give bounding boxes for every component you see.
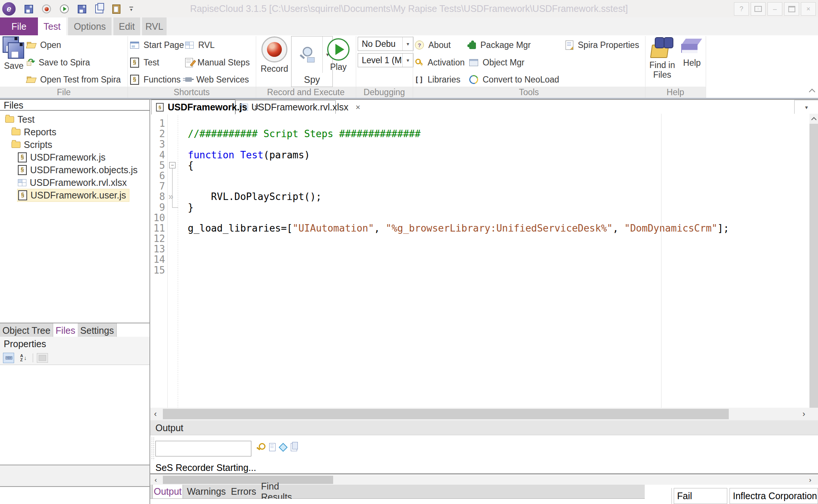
close-window-button[interactable]: × (801, 2, 816, 16)
tab-rvl[interactable]: RVL (142, 17, 167, 35)
search-icon[interactable] (257, 443, 265, 451)
functions-button[interactable]: § Functions (130, 73, 181, 86)
tree-item[interactable]: Test (0, 113, 149, 126)
tree-item[interactable]: Reports (0, 126, 149, 138)
output-horizontal-scrollbar[interactable]: ‹ › (150, 475, 818, 485)
app-logo-icon[interactable]: e (2, 2, 16, 16)
script-icon: § (18, 165, 27, 175)
categorized-view-icon[interactable]: ⊞⊞ (3, 353, 14, 363)
tab-list-dropdown-icon[interactable]: ▾ (794, 100, 818, 114)
tab-warnings[interactable]: Warnings (187, 485, 225, 498)
spira-properties-button[interactable]: Spira Properties (566, 38, 639, 52)
customize-quick-access-dropdown-icon[interactable]: ▾ (129, 7, 133, 11)
tab-options[interactable]: Options (68, 17, 112, 35)
tab-errors[interactable]: Errors (231, 485, 257, 498)
chevron-down-icon[interactable]: ▾ (402, 54, 413, 67)
scroll-right-icon[interactable]: › (799, 408, 809, 420)
scroll-up-icon[interactable] (809, 114, 818, 124)
play-button[interactable]: Play (328, 38, 349, 72)
scrollbar-thumb[interactable] (163, 409, 729, 419)
debug-mode-dropdown[interactable]: No Debu ▾ (358, 37, 413, 51)
record-icon[interactable] (42, 4, 51, 13)
libraries-button[interactable]: [] Libraries (415, 73, 460, 86)
save-as-icon[interactable] (78, 5, 86, 13)
find-in-files-button[interactable]: Find inFiles (649, 36, 675, 80)
open-test-from-spira-button[interactable]: Open Test from Spira (27, 73, 121, 86)
fullscreen-window-button[interactable]: ↑ (751, 2, 766, 16)
play-icon[interactable] (60, 4, 69, 13)
scroll-left-icon[interactable]: ‹ (150, 408, 161, 420)
tab-find-results[interactable]: Find Results (261, 485, 311, 498)
scroll-right-icon[interactable]: › (805, 475, 815, 485)
status-result: Fail (677, 491, 692, 501)
convert-to-neoload-button[interactable]: Convert to NeoLoad (469, 73, 559, 86)
title-bar: RapiseCloud 3.1.5 [C:\Users\squirrel\Doc… (0, 0, 818, 17)
copy-icon[interactable] (95, 4, 103, 13)
paste-icon[interactable] (112, 4, 120, 14)
tab-object-tree[interactable]: Object Tree (0, 323, 53, 337)
rvl-shortcut-button[interactable]: RVL (185, 38, 215, 52)
code-lines[interactable]: //########## Script Steps ##############… (188, 118, 729, 275)
tree-item[interactable]: Scripts (0, 138, 149, 151)
document-icon[interactable] (269, 443, 276, 451)
script-icon: § (130, 75, 139, 85)
tab-test[interactable]: Test (38, 17, 66, 35)
open-button[interactable]: Open (27, 38, 61, 52)
tab-settings[interactable]: Settings (78, 323, 117, 337)
status-company-cell: Inflectra Corporation (730, 488, 818, 504)
test-shortcut-button[interactable]: § Test (130, 56, 159, 69)
start-page-button[interactable]: Start Page (130, 38, 184, 52)
spira-properties-doc-icon (566, 41, 573, 50)
editor-vertical-scrollbar[interactable] (809, 114, 818, 408)
about-button[interactable]: ? About (415, 38, 451, 52)
console-line: SeS Recorder Starting... (155, 462, 256, 473)
tab-edit[interactable]: Edit (113, 17, 140, 35)
code-editor[interactable]: 123456789101112131415 −» //########## Sc… (150, 114, 809, 408)
tools-group-label: Tools (413, 87, 645, 98)
tree-item[interactable]: §USDFramework.js (0, 151, 149, 164)
help-button[interactable]: Help (680, 36, 704, 68)
save-to-spira-button[interactable]: Save to Spira (27, 56, 90, 69)
save-button[interactable]: Save (1, 36, 26, 71)
record-button[interactable]: Record (260, 36, 289, 74)
sort-alphabetical-icon[interactable]: AZ↓ (18, 353, 29, 363)
help-window-button[interactable]: ? (734, 2, 749, 16)
tree-item[interactable]: §USDFramework.objects.js (0, 164, 149, 176)
minimize-window-button[interactable]: – (767, 2, 782, 16)
tab-files[interactable]: Files (53, 323, 78, 337)
property-pages-icon[interactable] (37, 353, 48, 363)
spy-button[interactable]: ▾ Spy (291, 36, 333, 87)
toolbar-grip[interactable] (151, 437, 155, 460)
save-icon[interactable] (25, 5, 33, 13)
editor-tab-bar: § USDFramework.js × USDFramework.rvl.xls… (150, 100, 818, 114)
package-mgr-button[interactable]: Package Mgr (469, 38, 531, 52)
code-line (188, 118, 729, 129)
tree-item[interactable]: §USDFramework.user.js (0, 189, 149, 201)
close-tab-icon[interactable]: × (355, 103, 360, 112)
tab-output[interactable]: Output (152, 485, 183, 498)
maximize-window-button[interactable] (784, 2, 799, 16)
document-stack-icon[interactable] (291, 443, 297, 451)
output-toolbar-icons (257, 443, 297, 451)
fold-margin[interactable]: −» (168, 118, 179, 408)
find-in-files-binoculars-icon (650, 36, 674, 59)
tab-file[interactable]: File (0, 17, 38, 35)
object-mgr-button[interactable]: Object Mgr (469, 56, 524, 69)
manual-steps-button[interactable]: Manual Steps (185, 56, 250, 69)
verbosity-dropdown[interactable]: Level 1 (M ▾ (358, 53, 413, 67)
editor-horizontal-scrollbar[interactable]: ‹ › (150, 408, 818, 420)
activation-button[interactable]: Activation (415, 56, 465, 69)
collapse-ribbon-icon[interactable] (809, 89, 815, 95)
tree-item[interactable]: USDFramework.rvl.xlsx (0, 176, 149, 189)
output-search-input[interactable] (155, 441, 251, 456)
chevron-down-icon[interactable]: ▾ (402, 37, 413, 51)
web-services-button[interactable]: Web Services (185, 73, 249, 86)
close-tab-icon[interactable]: × (254, 103, 259, 112)
diamond-icon[interactable] (278, 443, 287, 452)
fold-collapse-icon[interactable]: − (169, 162, 175, 168)
code-line (188, 244, 729, 254)
web-services-plug-icon (185, 77, 192, 82)
scroll-left-icon[interactable]: ‹ (151, 475, 161, 485)
editor-tab-usdframework-rvl-xlsx[interactable]: USDFramework.rvl.xlsx × (235, 100, 336, 114)
editor-tab-usdframework-js[interactable]: § USDFramework.js × (151, 100, 235, 114)
